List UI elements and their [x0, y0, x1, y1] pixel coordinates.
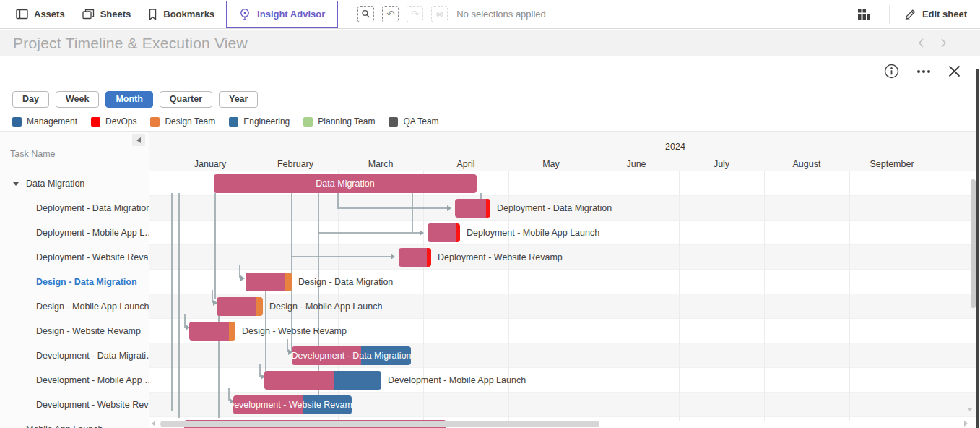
- toolbar-divider: [889, 5, 890, 24]
- task-panel-header: Task Name: [0, 132, 149, 171]
- chevron-left-icon[interactable]: [918, 38, 924, 48]
- selections-status: No selections applied: [456, 9, 546, 20]
- grid-line: [935, 171, 935, 421]
- legend-swatch: [12, 117, 22, 127]
- gantt-bar[interactable]: Development - Website Revamp: [233, 395, 352, 414]
- clear-selections-button[interactable]: ⊗: [431, 6, 448, 22]
- search-selections-button[interactable]: [357, 6, 374, 22]
- month-label: January: [168, 159, 253, 169]
- timeline-chart-area: 2024 JanuaryFebruaryMarchAprilMayJuneJul…: [149, 132, 976, 428]
- bar-label: Design - Data Migration: [298, 277, 393, 287]
- bar-label: Data Migration: [214, 174, 477, 193]
- legend-item[interactable]: Design Team: [150, 116, 215, 127]
- legend-item[interactable]: QA Team: [389, 116, 438, 127]
- task-row[interactable]: Development - Data Migrati…: [0, 343, 149, 368]
- bar-segment: [229, 322, 235, 341]
- vertical-scrollbar-thumb[interactable]: [971, 179, 976, 308]
- grid-icon: [858, 9, 870, 20]
- bar-segment: [427, 248, 431, 267]
- bar-segment: [334, 371, 381, 390]
- redo-arrow-icon: ↷: [411, 9, 419, 19]
- gantt-bar[interactable]: Data Migration: [214, 174, 477, 193]
- month-label: May: [508, 159, 594, 169]
- gantt-bar[interactable]: [264, 371, 381, 390]
- horizontal-scrollbar-thumb[interactable]: [160, 421, 599, 427]
- connector-arrowhead-icon: [391, 254, 395, 260]
- task-row[interactable]: Deployment - Website Reva…: [0, 245, 149, 270]
- timeline-header: 2024 JanuaryFebruaryMarchAprilMayJuneJul…: [149, 132, 976, 171]
- task-row[interactable]: Mobile App Launch: [0, 417, 149, 428]
- gantt-chart: Task Name Data MigrationDeployment - Dat…: [0, 132, 980, 428]
- collapse-panel-button[interactable]: [132, 134, 145, 146]
- chart-object-header: [884, 64, 961, 79]
- legend-label: Engineering: [243, 116, 290, 127]
- bar-segment: [256, 297, 263, 316]
- bar-label: Design - Website Revamp: [242, 326, 347, 336]
- info-icon[interactable]: [884, 64, 899, 79]
- qlik-sense-app: Assets Sheets Bookmarks Insight Advisor: [0, 0, 980, 428]
- month-label: August: [764, 159, 849, 169]
- bar-segment: [246, 273, 285, 291]
- task-row[interactable]: Deployment - Data Migration: [0, 196, 149, 221]
- connector-line: [171, 193, 173, 411]
- task-row[interactable]: Design - Mobile App Launch: [0, 294, 149, 319]
- close-icon[interactable]: [948, 65, 961, 77]
- view-mode-day[interactable]: Day: [12, 91, 49, 108]
- gantt-bar[interactable]: [399, 248, 431, 267]
- view-mode-week[interactable]: Week: [56, 91, 99, 108]
- bar-label: Development - Data Migration: [292, 346, 411, 365]
- connector-line: [218, 299, 220, 418]
- edit-sheet-button[interactable]: Edit sheet: [896, 0, 980, 28]
- view-mode-year[interactable]: Year: [219, 91, 258, 108]
- grid-line: [764, 171, 765, 421]
- selection-tools: ↶ ↷ ⊗: [357, 6, 448, 22]
- sheets-button[interactable]: Sheets: [74, 0, 140, 28]
- task-row[interactable]: Development - Website Rev…: [0, 393, 149, 417]
- legend-swatch: [91, 117, 100, 127]
- insight-advisor-button[interactable]: Insight Advisor: [226, 1, 338, 28]
- scroll-left-icon[interactable]: [152, 421, 155, 427]
- browser-scrollbar[interactable]: [976, 69, 979, 428]
- gantt-bar[interactable]: [217, 297, 263, 316]
- team-legend: ManagementDevOpsDesign TeamEngineeringPl…: [0, 112, 976, 132]
- task-row[interactable]: Development - Mobile App …: [0, 368, 149, 393]
- task-row[interactable]: Deployment - Mobile App L…: [0, 221, 149, 245]
- sheet-overview-button[interactable]: [845, 0, 883, 28]
- bar-segment: [486, 199, 490, 218]
- chevron-right-icon[interactable]: [940, 38, 947, 48]
- gantt-bar[interactable]: Development - Data Migration: [292, 346, 411, 365]
- gantt-bar[interactable]: [246, 273, 292, 291]
- step-back-button[interactable]: ↶: [382, 6, 399, 22]
- step-forward-button[interactable]: ↷: [407, 6, 423, 22]
- gantt-bar[interactable]: [189, 322, 235, 341]
- connector-line: [178, 193, 180, 418]
- legend-label: Management: [27, 116, 77, 127]
- insight-advisor-label: Insight Advisor: [257, 9, 325, 20]
- legend-swatch: [150, 117, 160, 127]
- month-label: March: [338, 159, 423, 169]
- task-row[interactable]: Data Migration: [0, 171, 149, 196]
- month-label: July: [679, 159, 764, 169]
- legend-item[interactable]: Engineering: [229, 116, 290, 127]
- scroll-right-icon[interactable]: [964, 421, 968, 427]
- pencil-icon: [904, 9, 916, 20]
- connector-line: [214, 193, 216, 299]
- scroll-down-icon[interactable]: [967, 408, 973, 411]
- view-mode-month[interactable]: Month: [105, 91, 152, 108]
- gantt-bar[interactable]: [455, 199, 490, 218]
- gantt-bar[interactable]: [428, 223, 460, 242]
- task-row[interactable]: Design - Website Revamp: [0, 319, 149, 343]
- legend-item[interactable]: DevOps: [91, 116, 136, 127]
- more-options-icon[interactable]: [917, 70, 930, 73]
- assets-label: Assets: [34, 9, 65, 20]
- legend-item[interactable]: Management: [12, 116, 77, 127]
- assets-button[interactable]: Assets: [7, 0, 74, 28]
- task-row[interactable]: Design - Data Migration: [0, 270, 149, 294]
- view-mode-quarter[interactable]: Quarter: [160, 91, 212, 108]
- task-label: Deployment - Website Reva…: [36, 252, 149, 262]
- bookmarks-button[interactable]: Bookmarks: [139, 0, 223, 28]
- bar-segment: [428, 223, 456, 242]
- expand-caret-icon[interactable]: [13, 182, 19, 186]
- legend-item[interactable]: Planning Team: [303, 116, 375, 127]
- task-label: Deployment - Data Migration: [36, 203, 149, 213]
